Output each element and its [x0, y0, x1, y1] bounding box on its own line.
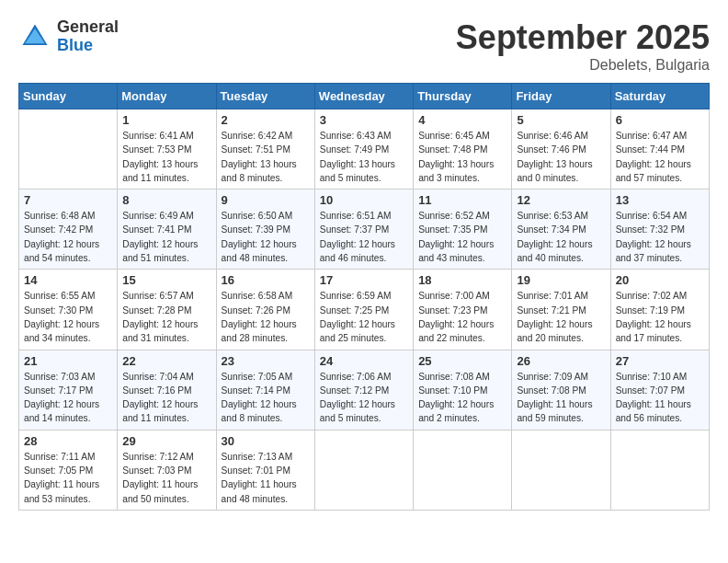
calendar-cell [314, 430, 413, 510]
day-header-wednesday: Wednesday [314, 84, 413, 109]
day-info: Sunrise: 7:06 AMSunset: 7:12 PMDaylight:… [320, 370, 408, 426]
day-number: 14 [24, 273, 112, 287]
calendar-cell: 2Sunrise: 6:42 AMSunset: 7:51 PMDaylight… [216, 109, 314, 190]
calendar-cell: 1Sunrise: 6:41 AMSunset: 7:53 PMDaylight… [118, 109, 216, 190]
day-info: Sunrise: 7:13 AMSunset: 7:01 PMDaylight:… [222, 450, 310, 506]
calendar-cell: 30Sunrise: 7:13 AMSunset: 7:01 PMDayligh… [216, 430, 314, 510]
calendar-cell [512, 430, 610, 510]
day-info: Sunrise: 6:54 AMSunset: 7:32 PMDaylight:… [616, 209, 704, 265]
day-info: Sunrise: 7:10 AMSunset: 7:07 PMDaylight:… [616, 370, 704, 426]
calendar-cell [414, 430, 512, 510]
day-number: 6 [616, 113, 704, 127]
day-number: 18 [418, 273, 506, 287]
day-header-monday: Monday [118, 84, 216, 109]
day-info: Sunrise: 6:59 AMSunset: 7:25 PMDaylight:… [320, 289, 408, 345]
calendar-cell: 25Sunrise: 7:08 AMSunset: 7:10 PMDayligh… [414, 350, 512, 430]
calendar-cell: 19Sunrise: 7:01 AMSunset: 7:21 PMDayligh… [512, 270, 610, 350]
calendar-cell: 26Sunrise: 7:09 AMSunset: 7:08 PMDayligh… [512, 350, 610, 430]
day-header-saturday: Saturday [610, 84, 709, 109]
day-number: 12 [517, 193, 605, 207]
calendar-week-row: 14Sunrise: 6:55 AMSunset: 7:30 PMDayligh… [19, 270, 710, 350]
calendar-cell [610, 430, 709, 510]
calendar-cell: 21Sunrise: 7:03 AMSunset: 7:17 PMDayligh… [19, 350, 118, 430]
day-info: Sunrise: 6:50 AMSunset: 7:39 PMDaylight:… [222, 209, 310, 265]
day-info: Sunrise: 6:42 AMSunset: 7:51 PMDaylight:… [222, 129, 310, 185]
day-info: Sunrise: 7:03 AMSunset: 7:17 PMDaylight:… [24, 370, 112, 426]
calendar-cell: 14Sunrise: 6:55 AMSunset: 7:30 PMDayligh… [19, 270, 118, 350]
day-info: Sunrise: 6:57 AMSunset: 7:28 PMDaylight:… [122, 289, 210, 345]
logo-blue: Blue [57, 37, 119, 55]
day-info: Sunrise: 7:12 AMSunset: 7:03 PMDaylight:… [122, 450, 210, 506]
day-header-tuesday: Tuesday [216, 84, 314, 109]
logo-text: General Blue [57, 18, 119, 55]
day-number: 24 [320, 354, 408, 368]
location: Debelets, Bulgaria [456, 57, 710, 74]
day-number: 16 [222, 273, 310, 287]
day-info: Sunrise: 6:47 AMSunset: 7:44 PMDaylight:… [616, 129, 704, 185]
day-number: 13 [616, 193, 704, 207]
day-info: Sunrise: 6:41 AMSunset: 7:53 PMDaylight:… [122, 129, 210, 185]
day-info: Sunrise: 7:01 AMSunset: 7:21 PMDaylight:… [517, 289, 605, 345]
day-info: Sunrise: 6:55 AMSunset: 7:30 PMDaylight:… [24, 289, 112, 345]
day-header-sunday: Sunday [19, 84, 118, 109]
day-info: Sunrise: 6:58 AMSunset: 7:26 PMDaylight:… [222, 289, 310, 345]
calendar-cell: 22Sunrise: 7:04 AMSunset: 7:16 PMDayligh… [118, 350, 216, 430]
day-header-thursday: Thursday [414, 84, 512, 109]
calendar-cell: 5Sunrise: 6:46 AMSunset: 7:46 PMDaylight… [512, 109, 610, 190]
calendar-cell: 18Sunrise: 7:00 AMSunset: 7:23 PMDayligh… [414, 270, 512, 350]
logo-icon [18, 20, 51, 53]
calendar-cell: 4Sunrise: 6:45 AMSunset: 7:48 PMDaylight… [414, 109, 512, 190]
calendar-header-row: SundayMondayTuesdayWednesdayThursdayFrid… [19, 84, 710, 109]
day-number: 30 [222, 434, 310, 448]
day-number: 4 [418, 113, 506, 127]
day-number: 29 [122, 434, 210, 448]
day-number: 9 [222, 193, 310, 207]
day-number: 1 [122, 113, 210, 127]
day-number: 7 [24, 193, 112, 207]
calendar-cell: 17Sunrise: 6:59 AMSunset: 7:25 PMDayligh… [314, 270, 413, 350]
day-info: Sunrise: 6:48 AMSunset: 7:42 PMDaylight:… [24, 209, 112, 265]
day-number: 25 [418, 354, 506, 368]
day-info: Sunrise: 7:09 AMSunset: 7:08 PMDaylight:… [517, 370, 605, 426]
calendar-cell: 7Sunrise: 6:48 AMSunset: 7:42 PMDaylight… [19, 190, 118, 270]
day-number: 11 [418, 193, 506, 207]
calendar-cell: 6Sunrise: 6:47 AMSunset: 7:44 PMDaylight… [610, 109, 709, 190]
calendar-cell [19, 109, 118, 190]
day-number: 26 [517, 354, 605, 368]
day-number: 5 [517, 113, 605, 127]
calendar-cell: 23Sunrise: 7:05 AMSunset: 7:14 PMDayligh… [216, 350, 314, 430]
calendar-cell: 3Sunrise: 6:43 AMSunset: 7:49 PMDaylight… [314, 109, 413, 190]
day-info: Sunrise: 6:49 AMSunset: 7:41 PMDaylight:… [122, 209, 210, 265]
calendar-week-row: 21Sunrise: 7:03 AMSunset: 7:17 PMDayligh… [19, 350, 710, 430]
day-number: 21 [24, 354, 112, 368]
calendar-cell: 20Sunrise: 7:02 AMSunset: 7:19 PMDayligh… [610, 270, 709, 350]
calendar-cell: 10Sunrise: 6:51 AMSunset: 7:37 PMDayligh… [314, 190, 413, 270]
calendar-cell: 12Sunrise: 6:53 AMSunset: 7:34 PMDayligh… [512, 190, 610, 270]
day-info: Sunrise: 6:51 AMSunset: 7:37 PMDaylight:… [320, 209, 408, 265]
day-header-friday: Friday [512, 84, 610, 109]
day-info: Sunrise: 7:05 AMSunset: 7:14 PMDaylight:… [222, 370, 310, 426]
calendar-cell: 8Sunrise: 6:49 AMSunset: 7:41 PMDaylight… [118, 190, 216, 270]
logo: General Blue [18, 18, 119, 55]
day-number: 3 [320, 113, 408, 127]
day-info: Sunrise: 7:08 AMSunset: 7:10 PMDaylight:… [418, 370, 506, 426]
day-number: 10 [320, 193, 408, 207]
calendar-cell: 15Sunrise: 6:57 AMSunset: 7:28 PMDayligh… [118, 270, 216, 350]
day-info: Sunrise: 6:52 AMSunset: 7:35 PMDaylight:… [418, 209, 506, 265]
day-number: 15 [122, 273, 210, 287]
day-info: Sunrise: 6:53 AMSunset: 7:34 PMDaylight:… [517, 209, 605, 265]
logo-general: General [57, 18, 119, 37]
day-number: 20 [616, 273, 704, 287]
day-info: Sunrise: 6:43 AMSunset: 7:49 PMDaylight:… [320, 129, 408, 185]
day-info: Sunrise: 6:46 AMSunset: 7:46 PMDaylight:… [517, 129, 605, 185]
calendar-cell: 16Sunrise: 6:58 AMSunset: 7:26 PMDayligh… [216, 270, 314, 350]
day-number: 19 [517, 273, 605, 287]
calendar-cell: 28Sunrise: 7:11 AMSunset: 7:05 PMDayligh… [19, 430, 118, 510]
day-number: 22 [122, 354, 210, 368]
calendar-cell: 9Sunrise: 6:50 AMSunset: 7:39 PMDaylight… [216, 190, 314, 270]
calendar-table: SundayMondayTuesdayWednesdayThursdayFrid… [18, 83, 710, 511]
day-info: Sunrise: 6:45 AMSunset: 7:48 PMDaylight:… [418, 129, 506, 185]
day-info: Sunrise: 7:11 AMSunset: 7:05 PMDaylight:… [24, 450, 112, 506]
month-title: September 2025 [456, 18, 710, 57]
day-info: Sunrise: 7:04 AMSunset: 7:16 PMDaylight:… [122, 370, 210, 426]
